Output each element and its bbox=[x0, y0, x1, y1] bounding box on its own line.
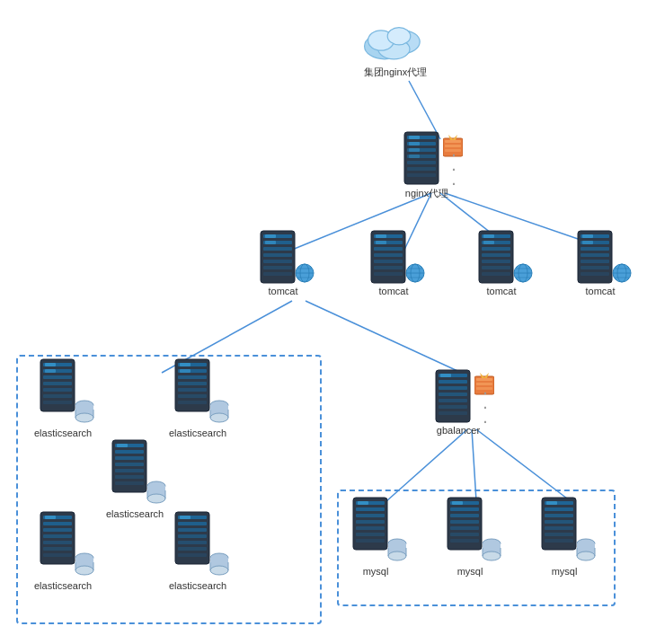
svg-rect-138 bbox=[115, 450, 144, 454]
svg-rect-21 bbox=[407, 167, 436, 171]
svg-rect-52 bbox=[374, 260, 403, 263]
svg-rect-36 bbox=[263, 253, 292, 257]
svg-rect-196 bbox=[450, 520, 479, 524]
svg-rect-183 bbox=[356, 526, 385, 530]
svg-rect-129 bbox=[180, 363, 191, 366]
svg-point-217 bbox=[577, 551, 595, 560]
es3-label: elasticsearch bbox=[106, 508, 164, 519]
svg-rect-103 bbox=[476, 383, 492, 385]
svg-point-118 bbox=[75, 413, 93, 422]
svg-point-14 bbox=[387, 28, 411, 45]
svg-rect-184 bbox=[356, 533, 385, 536]
svg-rect-209 bbox=[545, 514, 573, 517]
svg-rect-213 bbox=[545, 539, 573, 543]
es4-node: elasticsearch bbox=[34, 510, 92, 591]
svg-point-161 bbox=[75, 566, 93, 575]
svg-rect-168 bbox=[178, 534, 207, 538]
mysql3-label: mysql bbox=[552, 566, 578, 577]
svg-rect-28 bbox=[445, 140, 461, 143]
svg-rect-126 bbox=[178, 388, 207, 392]
svg-rect-200 bbox=[452, 501, 463, 505]
svg-rect-180 bbox=[356, 507, 385, 511]
svg-rect-83 bbox=[581, 266, 609, 269]
svg-rect-157 bbox=[43, 553, 72, 557]
mysql2-node: mysql bbox=[443, 496, 497, 577]
svg-rect-144 bbox=[117, 444, 128, 447]
db-icon-es4 bbox=[75, 552, 94, 578]
tomcat3-label: tomcat bbox=[486, 286, 516, 296]
svg-rect-211 bbox=[545, 526, 573, 530]
svg-rect-98 bbox=[439, 405, 467, 409]
svg-rect-35 bbox=[263, 247, 292, 251]
svg-rect-39 bbox=[263, 272, 292, 276]
es1-node: elasticsearch bbox=[34, 357, 92, 438]
es4-label: elasticsearch bbox=[34, 580, 92, 591]
tomcat1-label: tomcat bbox=[268, 286, 297, 296]
svg-rect-85 bbox=[582, 234, 593, 238]
svg-rect-199 bbox=[450, 539, 479, 543]
svg-rect-86 bbox=[582, 241, 593, 244]
globe-icon-t2 bbox=[405, 263, 425, 283]
svg-rect-109 bbox=[43, 375, 72, 379]
svg-rect-182 bbox=[356, 520, 385, 524]
svg-rect-139 bbox=[115, 456, 144, 460]
svg-rect-169 bbox=[178, 541, 207, 544]
architecture-diagram: 集团nginx代理 bbox=[0, 0, 647, 644]
svg-point-203 bbox=[483, 551, 501, 560]
svg-point-175 bbox=[210, 566, 228, 575]
gbalancer-node: gbalancer · · · bbox=[431, 368, 485, 436]
svg-rect-113 bbox=[43, 401, 72, 404]
svg-rect-54 bbox=[374, 272, 403, 276]
svg-rect-22 bbox=[407, 173, 436, 177]
svg-rect-171 bbox=[178, 553, 207, 557]
cloud-icon bbox=[359, 18, 431, 63]
es2-node: elasticsearch bbox=[169, 357, 226, 438]
svg-rect-195 bbox=[450, 514, 479, 517]
svg-rect-124 bbox=[178, 375, 207, 379]
svg-rect-50 bbox=[374, 247, 403, 251]
nginx-label: nginx代理 bbox=[405, 187, 448, 200]
es2-label: elasticsearch bbox=[169, 428, 226, 438]
svg-rect-210 bbox=[545, 520, 573, 524]
globe-icon-t1 bbox=[295, 263, 315, 283]
svg-rect-56 bbox=[376, 241, 386, 244]
svg-rect-127 bbox=[178, 394, 207, 398]
svg-rect-154 bbox=[43, 534, 72, 538]
svg-rect-156 bbox=[43, 547, 72, 551]
tomcat2-node: tomcat bbox=[367, 229, 421, 296]
svg-rect-94 bbox=[439, 380, 467, 384]
cloud-label: 集团nginx代理 bbox=[364, 66, 427, 79]
svg-rect-24 bbox=[409, 142, 420, 146]
svg-rect-67 bbox=[482, 260, 510, 263]
svg-rect-40 bbox=[265, 234, 276, 238]
svg-rect-97 bbox=[439, 399, 467, 402]
svg-rect-41 bbox=[265, 241, 276, 244]
svg-rect-51 bbox=[374, 253, 403, 257]
cloud-node: 集团nginx代理 bbox=[359, 18, 431, 79]
svg-point-133 bbox=[210, 413, 228, 422]
tomcat1-node: tomcat bbox=[256, 229, 310, 296]
svg-rect-143 bbox=[115, 481, 144, 485]
svg-point-189 bbox=[388, 551, 406, 560]
svg-rect-69 bbox=[482, 272, 510, 276]
svg-rect-155 bbox=[43, 541, 72, 544]
svg-rect-68 bbox=[482, 266, 510, 269]
es5-label: elasticsearch bbox=[169, 580, 226, 591]
db-icon-es2 bbox=[209, 400, 229, 425]
mysql1-label: mysql bbox=[363, 566, 389, 577]
svg-rect-99 bbox=[439, 411, 467, 415]
svg-rect-152 bbox=[43, 522, 72, 525]
svg-rect-66 bbox=[482, 253, 510, 257]
server-icon-gb bbox=[431, 368, 476, 424]
svg-rect-142 bbox=[115, 475, 144, 479]
svg-rect-185 bbox=[356, 539, 385, 543]
svg-rect-194 bbox=[450, 507, 479, 511]
svg-rect-96 bbox=[439, 393, 467, 396]
globe-icon-t4 bbox=[612, 263, 632, 283]
svg-rect-198 bbox=[450, 533, 479, 536]
svg-rect-112 bbox=[43, 394, 72, 398]
gbalancer-label: gbalancer bbox=[437, 425, 480, 436]
svg-rect-100 bbox=[440, 374, 451, 377]
svg-rect-214 bbox=[546, 501, 557, 505]
svg-rect-125 bbox=[178, 382, 207, 385]
